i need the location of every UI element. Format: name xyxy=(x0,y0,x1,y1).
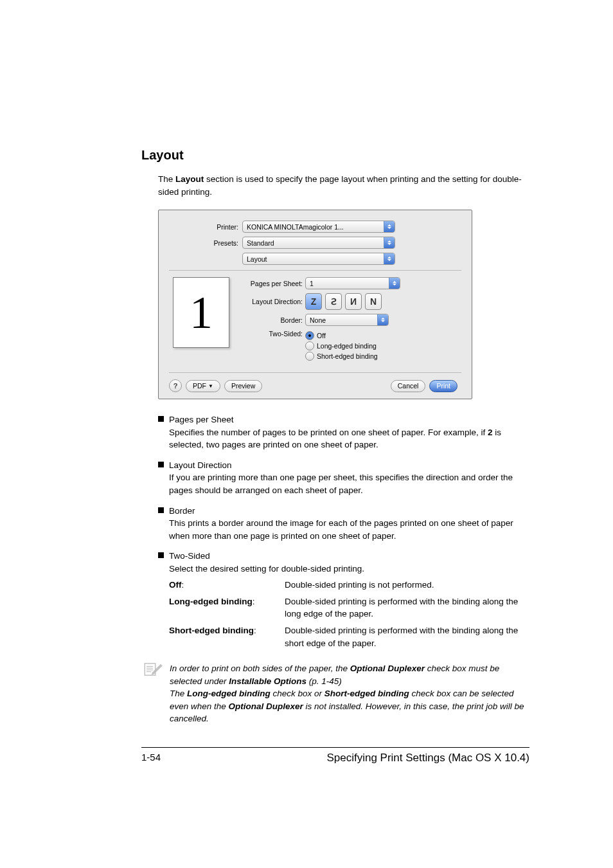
def-off-value: Double-sided printing is not performed. xyxy=(285,579,529,592)
pdf-button[interactable]: PDF▼ xyxy=(186,380,220,392)
bullet-heading: Two-Sided xyxy=(169,550,529,563)
bullet-icon xyxy=(158,552,164,558)
presets-value: Standard xyxy=(247,239,384,247)
help-button[interactable]: ? xyxy=(169,379,182,392)
note-icon xyxy=(144,662,163,725)
def-long-label: Long-edged binding: xyxy=(169,595,285,620)
two-sided-off-label: Off xyxy=(317,332,326,339)
bullet-text-a: Specifies the number of pages to be prin… xyxy=(169,428,488,437)
select-stepper-icon xyxy=(389,278,400,289)
caret-down-icon: ▼ xyxy=(208,383,213,389)
border-select[interactable]: None xyxy=(305,314,389,326)
presets-label: Presets: xyxy=(169,239,242,247)
select-stepper-icon xyxy=(384,237,395,248)
pages-per-sheet-label: Pages per Sheet: xyxy=(238,280,305,287)
note-bold: Short-edged binding xyxy=(324,689,409,698)
note-block: In order to print on both sides of the p… xyxy=(144,662,529,725)
page-number: 1-54 xyxy=(141,752,161,764)
page-footer: 1-54 Specifying Print Settings (Mac OS X… xyxy=(141,747,529,764)
note-bold: Optional Duplexer xyxy=(229,701,303,711)
two-sided-short-option[interactable]: Short-edged binding xyxy=(305,352,378,361)
footer-title: Specifying Print Settings (Mac OS X 10.4… xyxy=(326,752,529,764)
bullet-text: Select the desired setting for double-si… xyxy=(169,564,364,574)
note-text: check box or xyxy=(271,689,324,698)
bullet-icon xyxy=(158,416,164,422)
bullet-layout-direction: Layout Direction If you are printing mor… xyxy=(169,459,529,497)
def-short-label: Short-edged binding: xyxy=(169,624,285,649)
note-text: In order to print on both sides of the p… xyxy=(170,664,350,673)
note-text: The xyxy=(170,689,187,698)
print-button[interactable]: Print xyxy=(429,380,458,392)
layout-preview: 1 xyxy=(173,277,229,348)
intro-text-1: The xyxy=(158,174,175,184)
bullet-icon xyxy=(158,462,164,467)
note-bold: Installable Options xyxy=(229,676,306,686)
layout-direction-n2-icon[interactable]: N xyxy=(365,293,382,310)
two-sided-off-option[interactable]: Off xyxy=(305,331,378,340)
def-off-label: Off: xyxy=(169,579,285,592)
select-stepper-icon xyxy=(384,253,395,264)
radio-icon xyxy=(305,341,314,350)
two-sided-short-label: Short-edged binding xyxy=(317,352,378,360)
pdf-label: PDF xyxy=(193,382,206,390)
bullet-icon xyxy=(158,507,164,513)
layout-direction-s-icon[interactable]: Ƨ xyxy=(325,293,342,310)
bullet-heading: Border xyxy=(169,505,529,518)
pages-per-sheet-select[interactable]: 1 xyxy=(305,277,400,289)
bullet-two-sided: Two-Sided Select the desired setting for… xyxy=(169,550,529,653)
printer-select[interactable]: KONICA MINOLTAmagicolor 1... xyxy=(242,221,395,233)
bullet-heading: Pages per Sheet xyxy=(169,413,529,426)
pages-per-sheet-value: 1 xyxy=(310,280,389,287)
bullet-text: If you are printing more than one page p… xyxy=(169,473,513,495)
presets-select[interactable]: Standard xyxy=(242,237,395,249)
bullet-text: This prints a border around the image fo… xyxy=(169,518,513,541)
two-sided-long-label: Long-edged binding xyxy=(317,342,377,350)
radio-icon xyxy=(305,331,314,340)
layout-direction-n-icon[interactable]: И xyxy=(345,293,362,310)
select-stepper-icon xyxy=(384,221,395,232)
bullet-border: Border This prints a border around the i… xyxy=(169,505,529,543)
intro-paragraph: The Layout section is used to specify th… xyxy=(158,173,529,198)
def-long-value: Double-sided printing is performed with … xyxy=(285,595,529,620)
two-sided-long-option[interactable]: Long-edged binding xyxy=(305,341,378,350)
intro-text-2: section is used to specify the page layo… xyxy=(158,174,522,197)
select-stepper-icon xyxy=(377,314,388,325)
printer-label: Printer: xyxy=(169,223,242,231)
border-label: Border: xyxy=(238,316,305,324)
radio-icon xyxy=(305,352,314,361)
pane-select[interactable]: Layout xyxy=(242,253,395,265)
note-bold: Optional Duplexer xyxy=(350,664,425,673)
preview-button[interactable]: Preview xyxy=(224,380,262,392)
layout-direction-z-icon[interactable]: Z xyxy=(305,293,322,310)
bullet-pages-per-sheet: Pages per Sheet Specifies the number of … xyxy=(169,413,529,451)
bullet-heading: Layout Direction xyxy=(169,459,529,472)
cancel-button[interactable]: Cancel xyxy=(391,380,426,392)
note-text: (p. 1-45) xyxy=(306,676,342,686)
bullet-text-bold: 2 xyxy=(488,428,493,437)
border-value: None xyxy=(310,316,377,324)
def-short-value: Double-sided printing is performed with … xyxy=(285,624,529,649)
preview-page-number: 1 xyxy=(190,289,213,336)
intro-bold: Layout xyxy=(175,174,204,184)
printer-value: KONICA MINOLTAmagicolor 1... xyxy=(247,223,384,231)
section-heading: Layout xyxy=(141,148,529,163)
two-sided-label: Two-Sided: xyxy=(238,330,305,338)
note-bold: Long-edged binding xyxy=(187,689,271,698)
pane-value: Layout xyxy=(247,255,384,263)
print-dialog: Printer: KONICA MINOLTAmagicolor 1... Pr… xyxy=(158,210,472,399)
layout-direction-label: Layout Direction: xyxy=(238,298,305,305)
